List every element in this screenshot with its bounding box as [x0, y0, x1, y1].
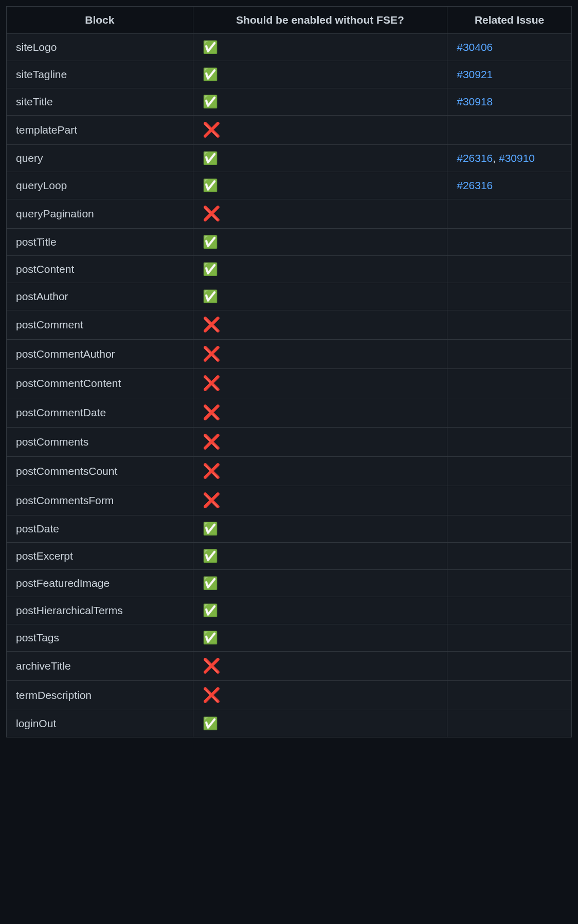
block-name-cell: siteTagline [7, 61, 193, 88]
check-icon: ✅ [193, 61, 447, 88]
block-name-cell: postTags [7, 624, 193, 652]
table-row: postCommentDate❌ [7, 398, 572, 428]
issue-link[interactable]: #26316 [457, 179, 493, 191]
related-issue-cell [447, 256, 572, 283]
table-row: postTitle✅ [7, 229, 572, 256]
table-row: templatePart❌ [7, 116, 572, 145]
table-row: archiveTitle❌ [7, 652, 572, 681]
related-issue-cell [447, 486, 572, 515]
table-row: postComments❌ [7, 428, 572, 457]
header-issue: Related Issue [447, 7, 572, 34]
block-name-cell: queryLoop [7, 172, 193, 199]
related-issue-cell: #30406 [447, 34, 572, 61]
issue-link[interactable]: #30406 [457, 41, 493, 53]
block-name-cell: postCommentsCount [7, 457, 193, 486]
table-row: postFeaturedImage✅ [7, 570, 572, 597]
related-issue-cell [447, 681, 572, 710]
cross-icon: ❌ [193, 369, 447, 398]
check-icon: ✅ [193, 34, 447, 61]
block-name-cell: postCommentAuthor [7, 340, 193, 369]
table-row: postCommentContent❌ [7, 369, 572, 398]
table-row: siteTagline✅#30921 [7, 61, 572, 88]
separator: , [493, 152, 499, 164]
cross-icon: ❌ [193, 428, 447, 457]
header-block: Block [7, 7, 193, 34]
cross-icon: ❌ [193, 116, 447, 145]
blocks-table: Block Should be enabled without FSE? Rel… [6, 6, 572, 737]
issue-link[interactable]: #30921 [457, 68, 493, 80]
check-icon: ✅ [193, 570, 447, 597]
block-name-cell: siteLogo [7, 34, 193, 61]
cross-icon: ❌ [193, 652, 447, 681]
cross-icon: ❌ [193, 681, 447, 710]
block-name-cell: postContent [7, 256, 193, 283]
issue-link[interactable]: #30910 [499, 152, 535, 164]
block-name-cell: termDescription [7, 681, 193, 710]
related-issue-cell [447, 398, 572, 428]
table-row: postAuthor✅ [7, 283, 572, 310]
related-issue-cell [447, 369, 572, 398]
cross-icon: ❌ [193, 340, 447, 369]
check-icon: ✅ [193, 597, 447, 624]
table-row: postCommentAuthor❌ [7, 340, 572, 369]
check-icon: ✅ [193, 145, 447, 172]
check-icon: ✅ [193, 624, 447, 652]
block-name-cell: postComment [7, 310, 193, 340]
issue-link[interactable]: #26316 [457, 152, 493, 164]
related-issue-cell [447, 515, 572, 543]
block-name-cell: postCommentsForm [7, 486, 193, 515]
block-name-cell: postFeaturedImage [7, 570, 193, 597]
related-issue-cell: #30921 [447, 61, 572, 88]
check-icon: ✅ [193, 172, 447, 199]
cross-icon: ❌ [193, 310, 447, 340]
block-name-cell: archiveTitle [7, 652, 193, 681]
block-name-cell: templatePart [7, 116, 193, 145]
issue-link[interactable]: #30918 [457, 96, 493, 107]
related-issue-cell [447, 283, 572, 310]
block-name-cell: postDate [7, 515, 193, 543]
related-issue-cell [447, 428, 572, 457]
related-issue-cell: #26316 [447, 172, 572, 199]
block-name-cell: postAuthor [7, 283, 193, 310]
check-icon: ✅ [193, 283, 447, 310]
check-icon: ✅ [193, 88, 447, 116]
table-row: queryLoop✅#26316 [7, 172, 572, 199]
table-row: postTags✅ [7, 624, 572, 652]
block-name-cell: query [7, 145, 193, 172]
block-name-cell: postCommentContent [7, 369, 193, 398]
cross-icon: ❌ [193, 486, 447, 515]
table-row: loginOut✅ [7, 710, 572, 737]
table-row: postExcerpt✅ [7, 543, 572, 570]
table-row: postComment❌ [7, 310, 572, 340]
cross-icon: ❌ [193, 199, 447, 229]
table-row: postCommentsCount❌ [7, 457, 572, 486]
related-issue-cell [447, 543, 572, 570]
related-issue-cell [447, 624, 572, 652]
table-row: postCommentsForm❌ [7, 486, 572, 515]
related-issue-cell: #26316, #30910 [447, 145, 572, 172]
related-issue-cell [447, 457, 572, 486]
cross-icon: ❌ [193, 457, 447, 486]
block-name-cell: queryPagination [7, 199, 193, 229]
related-issue-cell [447, 340, 572, 369]
block-name-cell: siteTitle [7, 88, 193, 116]
table-row: postDate✅ [7, 515, 572, 543]
related-issue-cell: #30918 [447, 88, 572, 116]
related-issue-cell [447, 229, 572, 256]
related-issue-cell [447, 652, 572, 681]
block-name-cell: postCommentDate [7, 398, 193, 428]
related-issue-cell [447, 199, 572, 229]
related-issue-cell [447, 597, 572, 624]
table-row: query✅#26316, #30910 [7, 145, 572, 172]
check-icon: ✅ [193, 229, 447, 256]
block-name-cell: postHierarchicalTerms [7, 597, 193, 624]
check-icon: ✅ [193, 710, 447, 737]
related-issue-cell [447, 710, 572, 737]
check-icon: ✅ [193, 543, 447, 570]
table-header-row: Block Should be enabled without FSE? Rel… [7, 7, 572, 34]
table-row: postContent✅ [7, 256, 572, 283]
table-row: queryPagination❌ [7, 199, 572, 229]
related-issue-cell [447, 310, 572, 340]
check-icon: ✅ [193, 256, 447, 283]
block-name-cell: postExcerpt [7, 543, 193, 570]
